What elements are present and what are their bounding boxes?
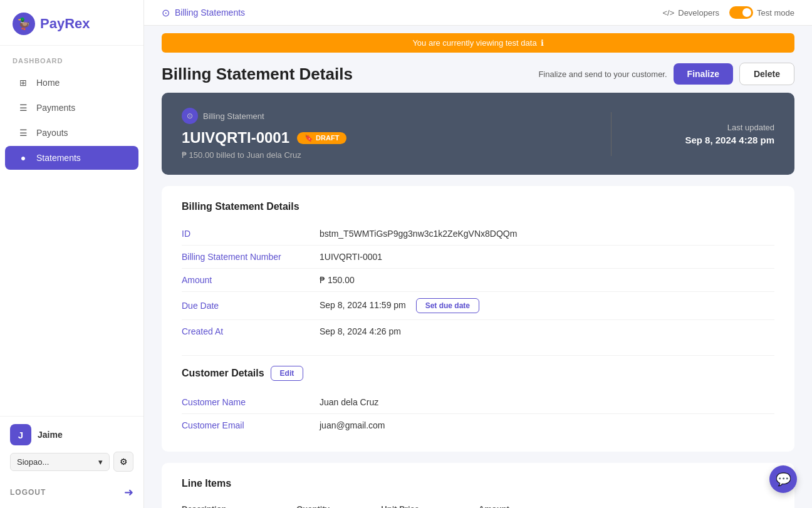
customer-details-title-row: Customer Details Edit — [182, 366, 774, 381]
sidebar-nav: ⊞ Home ☰ Payments ☰ Payouts ● Statements — [0, 70, 143, 171]
statement-header-card: ⊙ Billing Statement 1UIVQRTI-0001 🔖 DRAF… — [162, 93, 794, 175]
billing-details-table: ID bstm_T5WMTiGsP9gg3nw3c1k2ZeKgVNx8DQQm… — [182, 222, 774, 343]
logout-label: LOGOUT — [10, 488, 46, 497]
test-mode-label: Test mode — [757, 8, 794, 18]
table-row: Created At Sep 8, 2024 4:26 pm — [182, 320, 774, 343]
field-value-due: Sep 8, 2024 11:59 pm Set due date — [320, 292, 774, 320]
logo-label: PayRex — [40, 16, 90, 32]
statement-billed: ₱ 150.00 billed to Juan dela Cruz — [182, 150, 586, 160]
draft-icon: 🔖 — [304, 134, 313, 142]
line-items-header-row: Description Quantity Unit Price Amount — [182, 499, 774, 508]
field-value-created: Sep 8, 2024 4:26 pm — [320, 320, 774, 343]
toggle-pill[interactable] — [729, 6, 753, 19]
finalize-button[interactable]: Finalize — [674, 63, 733, 85]
delete-button[interactable]: Delete — [739, 63, 794, 85]
set-due-date-button[interactable]: Set due date — [416, 298, 479, 313]
statement-divider — [611, 112, 612, 156]
avatar: J — [10, 424, 31, 445]
sidebar-item-label-home: Home — [36, 78, 60, 88]
sidebar-item-home[interactable]: ⊞ Home — [5, 71, 138, 95]
billing-details-title: Billing Statement Details — [182, 201, 774, 212]
field-value-number: 1UIVQRTI-0001 — [320, 246, 774, 269]
sidebar-item-label-statements: Statements — [36, 153, 81, 163]
field-label-due: Due Date — [182, 292, 320, 320]
customer-email-label: Customer Email — [182, 414, 320, 437]
gear-button[interactable]: ⚙ — [113, 452, 133, 472]
statement-label: ⊙ Billing Statement — [182, 108, 586, 124]
user-area: J Jaime Siopao... ▾ ⚙ — [0, 416, 143, 479]
finalize-hint: Finalize and send to your customer. — [538, 70, 667, 79]
gear-icon: ⚙ — [120, 457, 128, 467]
workspace-label: Siopao... — [17, 457, 49, 467]
sidebar-item-statements[interactable]: ● Statements — [5, 146, 138, 170]
logout-area: LOGOUT ➜ — [0, 479, 143, 508]
table-row: Amount ₱ 150.00 — [182, 269, 774, 292]
due-date-value: Sep 8, 2024 11:59 pm — [320, 300, 406, 310]
info-icon: ℹ — [541, 38, 544, 48]
topbar-breadcrumb: ⊙ Billing Statements — [162, 7, 245, 19]
field-label-number: Billing Statement Number — [182, 246, 320, 269]
line-items-table: Description Quantity Unit Price Amount M… — [182, 499, 774, 508]
header-actions: Finalize and send to your customer. Fina… — [538, 63, 794, 85]
sidebar-section-label: DASHBOARD — [0, 46, 143, 70]
chevron-down-icon: ▾ — [98, 457, 103, 467]
col-quantity: Quantity — [296, 499, 381, 508]
last-updated-value: Sep 8, 2024 4:28 pm — [685, 135, 774, 145]
logo-icon: 🦆 — [13, 13, 35, 35]
billing-details-card: Billing Statement Details ID bstm_T5WMTi… — [162, 186, 794, 452]
sidebar-item-payments[interactable]: ☰ Payments — [5, 96, 138, 120]
line-items-title: Line Items — [182, 478, 774, 489]
col-description: Description — [182, 499, 296, 508]
developers-link[interactable]: </> Developers — [662, 8, 719, 18]
table-row: Customer Name Juan dela Cruz — [182, 391, 774, 414]
field-value-id: bstm_T5WMTiGsP9gg3nw3c1k2ZeKgVNx8DQQm — [320, 222, 774, 246]
table-row: Customer Email juan@gmail.com — [182, 414, 774, 437]
table-row: Billing Statement Number 1UIVQRTI-0001 — [182, 246, 774, 269]
logo: 🦆 PayRex — [13, 13, 131, 35]
billing-statements-icon: ⊙ — [162, 7, 170, 19]
test-banner-text: You are currently viewing test data — [412, 38, 536, 48]
page-title: Billing Statement Details — [162, 65, 353, 84]
breadcrumb[interactable]: Billing Statements — [175, 8, 245, 18]
test-mode-toggle[interactable]: Test mode — [729, 6, 794, 19]
sidebar-item-label-payments: Payments — [36, 103, 75, 113]
payouts-icon: ☰ — [18, 127, 29, 138]
main-content: ⊙ Billing Statements </> Developers Test… — [144, 0, 812, 508]
logout-icon[interactable]: ➜ — [124, 485, 133, 499]
table-row: ID bstm_T5WMTiGsP9gg3nw3c1k2ZeKgVNx8DQQm — [182, 222, 774, 246]
customer-details-section: Customer Details Edit Customer Name Juan… — [182, 355, 774, 437]
home-icon: ⊞ — [18, 77, 29, 88]
col-actions — [568, 499, 774, 508]
user-name: Jaime — [38, 430, 63, 440]
workspace-button[interactable]: Siopao... ▾ — [10, 453, 110, 471]
field-label-amount: Amount — [182, 269, 320, 292]
code-icon: </> — [662, 8, 674, 18]
field-label-id: ID — [182, 222, 320, 246]
topbar: ⊙ Billing Statements </> Developers Test… — [144, 0, 812, 26]
line-items-card: Line Items Description Quantity Unit Pri… — [162, 463, 794, 508]
sidebar: 🦆 PayRex DASHBOARD ⊞ Home ☰ Payments ☰ P… — [0, 0, 144, 508]
col-amount: Amount — [479, 499, 568, 508]
field-value-amount: ₱ 150.00 — [320, 269, 774, 292]
statement-type: Billing Statement — [203, 111, 264, 121]
customer-details-table: Customer Name Juan dela Cruz Customer Em… — [182, 391, 774, 437]
statement-info: ⊙ Billing Statement 1UIVQRTI-0001 🔖 DRAF… — [182, 108, 586, 160]
draft-label: DRAFT — [316, 134, 339, 142]
page-header: Billing Statement Details Finalize and s… — [144, 53, 812, 93]
customer-name-value: Juan dela Cruz — [320, 391, 774, 414]
workspace-row: Siopao... ▾ ⚙ — [10, 452, 133, 472]
statement-id-row: 1UIVQRTI-0001 🔖 DRAFT — [182, 129, 586, 147]
sidebar-item-label-payouts: Payouts — [36, 128, 68, 138]
developers-label: Developers — [678, 8, 719, 18]
customer-details-edit-button[interactable]: Edit — [271, 366, 304, 381]
customer-name-label: Customer Name — [182, 391, 320, 414]
customer-email-value: juan@gmail.com — [320, 414, 774, 437]
draft-badge: 🔖 DRAFT — [297, 132, 346, 144]
payments-icon: ☰ — [18, 102, 29, 113]
logo-area: 🦆 PayRex — [0, 0, 143, 46]
last-updated-label: Last updated — [727, 123, 774, 132]
test-banner: You are currently viewing test data ℹ — [162, 33, 794, 53]
statement-label-icon: ⊙ — [182, 108, 198, 124]
sidebar-item-payouts[interactable]: ☰ Payouts — [5, 121, 138, 145]
chat-bubble[interactable]: 💬 — [769, 465, 797, 493]
